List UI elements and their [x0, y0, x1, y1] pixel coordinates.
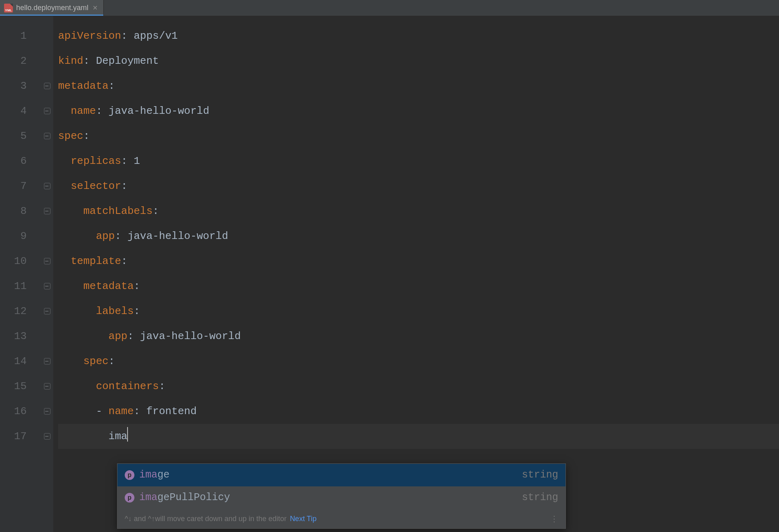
line-number: 12: [0, 299, 53, 324]
next-tip-link[interactable]: Next Tip: [290, 513, 316, 524]
line-number: 10: [0, 249, 53, 274]
completion-type: string: [522, 487, 558, 509]
code-line[interactable]: metadata:: [58, 274, 779, 299]
code-line[interactable]: selector:: [58, 174, 779, 199]
completion-hint: ^↓ and ^↑ will move caret down and up in…: [117, 509, 565, 528]
line-number: 4: [0, 98, 53, 124]
line-number: 6: [0, 149, 53, 174]
code-line[interactable]: name: java-hello-world: [58, 98, 779, 124]
completion-item[interactable]: pimagePullPolicystring: [117, 486, 565, 509]
line-number: 17: [0, 424, 53, 449]
property-icon: p: [125, 470, 134, 480]
code-line[interactable]: app: java-hello-world: [58, 224, 779, 249]
fold-icon[interactable]: [44, 207, 51, 215]
code-line[interactable]: spec:: [58, 349, 779, 374]
code-line[interactable]: app: java-hello-world: [58, 324, 779, 349]
completion-type: string: [522, 464, 558, 486]
caret: [127, 427, 128, 442]
hint-text: will move caret down and up in the edito…: [155, 513, 287, 524]
line-number: 9: [0, 224, 53, 249]
code-line[interactable]: kind: Deployment: [58, 48, 779, 73]
completion-name: imagePullPolicy: [139, 487, 517, 509]
fold-icon[interactable]: [44, 408, 51, 415]
fold-icon[interactable]: [44, 433, 51, 440]
code-line[interactable]: labels:: [58, 299, 779, 324]
line-number: 2: [0, 48, 53, 73]
fold-icon[interactable]: [44, 308, 51, 315]
code-line[interactable]: containers:: [58, 374, 779, 399]
tab-bar: YML hello.deployment.yaml ✕: [0, 0, 779, 16]
line-number: 15: [0, 374, 53, 399]
line-number: 7: [0, 174, 53, 199]
line-number: 8: [0, 199, 53, 224]
code-line[interactable]: template:: [58, 249, 779, 274]
code-line[interactable]: spec:: [58, 124, 779, 149]
code-line[interactable]: replicas: 1: [58, 149, 779, 174]
tab-filename: hello.deployment.yaml: [16, 4, 88, 12]
line-number: 13: [0, 324, 53, 349]
code-line[interactable]: metadata:: [58, 73, 779, 98]
fold-icon[interactable]: [44, 132, 51, 140]
line-number: 14: [0, 349, 53, 374]
hint-keys: ^↓ and ^↑: [125, 513, 155, 524]
fold-icon[interactable]: [44, 258, 51, 265]
more-icon[interactable]: ⋮: [550, 513, 558, 524]
completion-item[interactable]: pimagestring: [117, 464, 565, 486]
line-number: 1: [0, 23, 53, 48]
yaml-icon-label: YML: [5, 8, 12, 13]
close-tab-icon[interactable]: ✕: [92, 4, 98, 12]
editor-area[interactable]: 1234567891011121314151617 apiVersion: ap…: [0, 16, 779, 532]
gutter: 1234567891011121314151617: [0, 16, 53, 532]
code-line[interactable]: - name: frontend: [58, 399, 779, 424]
completion-popup[interactable]: pimagestringpimagePullPolicystring ^↓ an…: [117, 463, 566, 529]
yaml-file-icon: YML: [4, 4, 13, 13]
line-number: 16: [0, 399, 53, 424]
fold-icon[interactable]: [44, 383, 51, 390]
code-line[interactable]: apiVersion: apps/v1: [58, 23, 779, 48]
line-number: 5: [0, 124, 53, 149]
fold-icon[interactable]: [44, 107, 51, 115]
line-number: 3: [0, 73, 53, 98]
fold-icon[interactable]: [44, 82, 51, 90]
code-area[interactable]: apiVersion: apps/v1kind: Deploymentmetad…: [53, 16, 779, 532]
file-tab[interactable]: YML hello.deployment.yaml ✕: [0, 0, 104, 16]
fold-icon[interactable]: [44, 182, 51, 190]
fold-icon[interactable]: [44, 283, 51, 290]
property-icon: p: [125, 493, 134, 503]
code-line[interactable]: matchLabels:: [58, 199, 779, 224]
line-number: 11: [0, 274, 53, 299]
fold-icon[interactable]: [44, 358, 51, 365]
editor-window: YML hello.deployment.yaml ✕ 123456789101…: [0, 0, 779, 532]
code-line[interactable]: ima: [58, 424, 779, 449]
completion-name: image: [139, 464, 517, 486]
